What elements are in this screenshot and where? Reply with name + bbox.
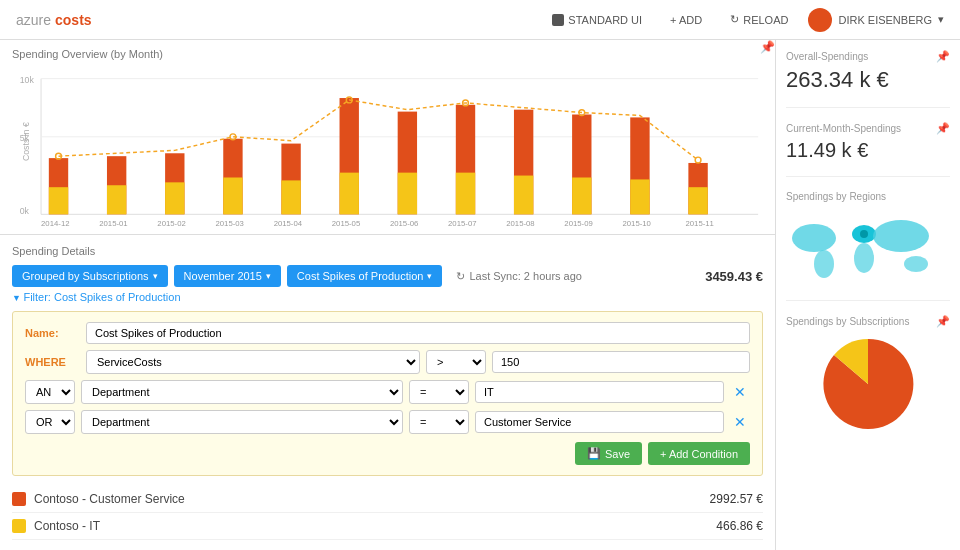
name-input[interactable]: [86, 322, 750, 344]
svg-text:Costs in €: Costs in €: [21, 122, 31, 161]
bar-yellow-9: [514, 176, 533, 215]
form-and-row: AND Department = ✕: [25, 380, 750, 404]
overall-amount: 263.34 k €: [786, 67, 950, 93]
sync-info: ↻ Last Sync: 2 hours ago: [456, 270, 582, 283]
top-nav: azure costs STANDARD UI + ADD ↻ RELOAD D…: [0, 0, 960, 40]
overall-pin-icon[interactable]: 📌: [936, 50, 950, 63]
bar-yellow-7: [398, 173, 417, 215]
svg-text:2015-08: 2015-08: [506, 219, 534, 226]
standard-ui-icon: [552, 14, 564, 26]
spending-chart: 10k 5k 0k Costs in €: [12, 66, 763, 226]
chart-title: Spending Overview (by Month): [12, 48, 163, 60]
or-field-select[interactable]: Department: [81, 410, 403, 434]
filter-button[interactable]: Cost Spikes of Production ▾: [287, 265, 443, 287]
current-amount: 11.49 k €: [786, 139, 950, 162]
trend-line: [59, 100, 699, 160]
top-nav-right: STANDARD UI + ADD ↻ RELOAD DIRK EISENBER…: [544, 8, 944, 32]
reload-button[interactable]: ↻ RELOAD: [722, 9, 796, 30]
divider-3: [786, 300, 950, 301]
or-op-select[interactable]: =: [409, 410, 469, 434]
right-panel: Overall-Spendings 📌 263.34 k € Current-M…: [775, 40, 960, 550]
bar-yellow-4: [223, 177, 242, 214]
and-logic-select[interactable]: AND: [25, 380, 75, 404]
svg-point-13: [695, 157, 701, 163]
regions-widget: Spendings by Regions: [786, 191, 950, 286]
or-logic-select[interactable]: OR: [25, 410, 75, 434]
add-button[interactable]: + ADD: [662, 10, 710, 30]
divider-2: [786, 176, 950, 177]
month-caret: ▾: [266, 271, 271, 281]
add-condition-button[interactable]: + Add Condition: [648, 442, 750, 465]
svg-point-31: [904, 256, 928, 272]
user-avatar: [808, 8, 832, 32]
chart-area: 10k 5k 0k Costs in €: [12, 66, 763, 226]
current-pin-icon[interactable]: 📌: [936, 122, 950, 135]
sub-item-0: Contoso - Customer Service 2992.57 €: [12, 486, 763, 513]
svg-text:2015-03: 2015-03: [215, 219, 243, 226]
form-where-row: WHERE ServiceCosts >: [25, 350, 750, 374]
and-value-input[interactable]: [475, 381, 724, 403]
pie-chart: [786, 334, 950, 434]
left-panel: Spending Overview (by Month) 📌 10k 5k 0k: [0, 40, 775, 550]
bar-yellow-11: [630, 179, 649, 214]
overall-widget: Overall-Spendings 📌 263.34 k €: [786, 50, 950, 93]
sub-color-0: [12, 492, 26, 506]
bar-yellow-8: [456, 173, 475, 215]
svg-text:2015-06: 2015-06: [390, 219, 418, 226]
form-name-row: Name:: [25, 322, 750, 344]
world-map: [786, 206, 950, 286]
save-icon: 💾: [587, 447, 601, 460]
svg-text:2015-07: 2015-07: [448, 219, 476, 226]
where-op-select[interactable]: >: [426, 350, 486, 374]
where-label: WHERE: [25, 356, 80, 368]
bar-yellow-10: [572, 177, 591, 214]
svg-text:2014-12: 2014-12: [41, 219, 69, 226]
or-close-button[interactable]: ✕: [730, 414, 750, 430]
details-header: Spending Details: [12, 245, 763, 257]
standard-ui-button[interactable]: STANDARD UI: [544, 10, 650, 30]
sub-amount-1: 466.86 €: [716, 519, 763, 533]
pin-icon[interactable]: 📌: [760, 40, 775, 54]
controls-row: Grouped by Subscriptions ▾ November 2015…: [12, 265, 763, 287]
where-value-input[interactable]: [492, 351, 750, 373]
grouped-by-button[interactable]: Grouped by Subscriptions ▾: [12, 265, 168, 287]
svg-text:0k: 0k: [20, 206, 30, 216]
filter-tag[interactable]: Filter: Cost Spikes of Production: [12, 291, 763, 303]
bar-yellow-6: [340, 173, 359, 215]
and-close-button[interactable]: ✕: [730, 384, 750, 400]
or-value-input[interactable]: [475, 411, 724, 433]
svg-text:2015-04: 2015-04: [274, 219, 303, 226]
month-button[interactable]: November 2015 ▾: [174, 265, 281, 287]
regions-title: Spendings by Regions: [786, 191, 950, 202]
sub-name-1: Contoso - IT: [34, 519, 716, 533]
save-button[interactable]: 💾 Save: [575, 442, 642, 465]
svg-point-27: [814, 250, 834, 278]
logo-costs: costs: [55, 12, 92, 28]
where-field-select[interactable]: ServiceCosts: [86, 350, 420, 374]
sub-color-1: [12, 519, 26, 533]
grouped-by-caret: ▾: [153, 271, 158, 281]
user-caret-icon: ▾: [938, 13, 944, 26]
details-section: Spending Details Grouped by Subscription…: [0, 235, 775, 550]
details-title: Spending Details: [12, 245, 95, 257]
svg-text:2015-02: 2015-02: [157, 219, 185, 226]
svg-text:2015-01: 2015-01: [99, 219, 127, 226]
and-field-select[interactable]: Department: [81, 380, 403, 404]
svg-text:2015-11: 2015-11: [685, 219, 713, 226]
logo-azure: azure: [16, 12, 51, 28]
svg-text:2015-05: 2015-05: [332, 219, 360, 226]
sync-icon: ↻: [456, 270, 465, 283]
sub-name-0: Contoso - Customer Service: [34, 492, 710, 506]
user-menu[interactable]: DIRK EISENBERG ▾: [808, 8, 944, 32]
form-actions: 💾 Save + Add Condition: [25, 442, 750, 465]
current-month-widget: Current-Month-Spendings 📌 11.49 k €: [786, 122, 950, 162]
svg-point-30: [873, 220, 929, 252]
name-label: Name:: [25, 327, 80, 339]
and-op-select[interactable]: =: [409, 380, 469, 404]
bar-yellow-3: [165, 182, 184, 214]
subscriptions-pin-icon[interactable]: 📌: [936, 315, 950, 328]
chart-section: Spending Overview (by Month) 📌 10k 5k 0k: [0, 40, 775, 235]
total-amount: 3459.43 €: [705, 269, 763, 284]
overall-widget-title: Overall-Spendings 📌: [786, 50, 950, 63]
sub-item-1: Contoso - IT 466.86 €: [12, 513, 763, 540]
